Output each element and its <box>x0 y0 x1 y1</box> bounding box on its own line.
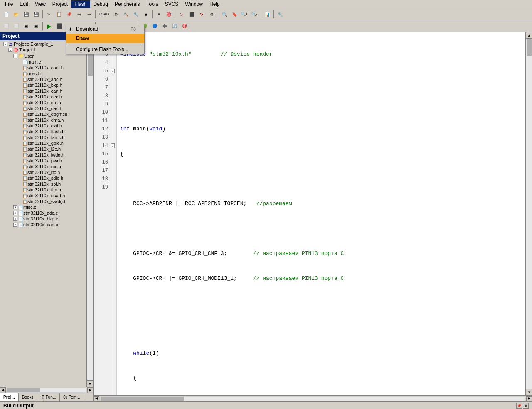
build-all-btn[interactable]: 🔨 <box>121 10 131 19</box>
target-options-btn[interactable]: 🎯 <box>164 10 173 19</box>
tb2-btn2[interactable]: ⬜ <box>12 22 21 31</box>
debug-reset-btn[interactable]: ⟳ <box>197 10 206 19</box>
tree-main-c[interactable]: 📄 main.c <box>0 59 86 65</box>
tab-books[interactable]: Books| <box>19 393 38 401</box>
expand-icon-user[interactable]: - <box>13 54 17 58</box>
tb2-more2-btn[interactable]: 🔄 <box>170 22 179 31</box>
fold-marker-5[interactable]: - <box>111 69 115 73</box>
tree-sdio-h[interactable]: 📋 stm32f10x_sdio.h <box>0 175 86 181</box>
zoom-out-btn[interactable]: 🔍- <box>250 10 259 19</box>
find-btn[interactable]: 🔍 <box>220 10 229 19</box>
menu-svcs[interactable]: SVCS <box>162 0 182 8</box>
menu-download[interactable]: ⬇ Download F8 <box>66 24 144 34</box>
expand-adc-c[interactable]: + <box>13 211 17 215</box>
tree-bkp-h[interactable]: 📋 stm32f10x_bkp.h <box>0 82 86 88</box>
tree-crc-h[interactable]: 📋 stm32f10x_crc.h <box>0 100 86 105</box>
settings-btn[interactable]: 🔧 <box>276 10 285 19</box>
tb2-stop2-btn[interactable]: ⬛ <box>54 22 64 31</box>
tree-bkp-c[interactable]: + 📄 stm32f10x_bkp.c <box>0 216 86 222</box>
tree-wwdg-h[interactable]: 📋 stm32f10x_wwdg.h <box>0 198 86 204</box>
tree-exti-h[interactable]: 📋 stm32f10x_exti.h <box>0 123 86 129</box>
build-output-pin[interactable]: 📌 <box>516 403 522 409</box>
paste-btn[interactable]: 📌 <box>64 10 74 19</box>
tree-conf-h[interactable]: 📋 stm32f10x_conf.h <box>0 65 86 71</box>
tree-misc-c[interactable]: + 📄 misc.c <box>0 204 86 210</box>
tree-flash-h[interactable]: 📋 stm32f10x_flash.h <box>0 129 86 135</box>
tree-gpio-h[interactable]: 📋 stm32f10x_gpio.h <box>0 140 86 146</box>
scroll-down[interactable]: ▼ <box>87 380 94 387</box>
debug-stop-btn[interactable]: ⬛ <box>187 10 196 19</box>
code-hscroll-right[interactable]: ▶ <box>526 396 532 401</box>
menu-tools[interactable]: Tools <box>143 0 162 8</box>
code-lines[interactable]: #include "stm32f10x.h" // Device header … <box>117 32 525 395</box>
tree-cec-h[interactable]: 📋 stm32f10x_cec.h <box>0 94 86 100</box>
tab-functions[interactable]: {} Fun... <box>38 393 60 401</box>
redo-btn[interactable]: ↪ <box>84 10 94 19</box>
code-hscroll-track[interactable] <box>101 397 525 401</box>
tree-i2c-h[interactable]: 📋 stm32f10x_i2c.h <box>0 146 86 152</box>
menu-window[interactable]: Window <box>182 0 206 8</box>
menu-help[interactable]: Help <box>206 0 223 8</box>
tree-rtc-h[interactable]: 📋 stm32f10x_rtc.h <box>0 169 86 175</box>
menu-configure-flash[interactable]: Configure Flash Tools... <box>66 45 144 54</box>
fold-marker-14[interactable]: - <box>111 143 115 148</box>
tree-pwr-h[interactable]: 📋 stm32f10x_pwr.h <box>0 158 86 164</box>
expand-bkp-c[interactable]: + <box>13 217 17 221</box>
menu-flash[interactable]: Flash <box>71 0 90 8</box>
tb2-special-btn[interactable]: 🎯 <box>180 22 189 31</box>
tb2-more-btn[interactable]: ➕ <box>160 22 169 31</box>
tree-adc-c[interactable]: + 📄 stm32f10x_adc.c <box>0 210 86 216</box>
save-btn[interactable]: 💾 <box>22 10 31 19</box>
rebuild-btn[interactable]: 🔧 <box>131 10 140 19</box>
tab-project[interactable]: Proj... <box>0 393 19 401</box>
tb2-btn4[interactable]: ▣ <box>32 22 41 31</box>
open-btn[interactable]: 📂 <box>12 10 21 19</box>
tree-dbgmcu-h[interactable]: 📋 stm32f10x_dbgmcu. <box>0 111 86 117</box>
tree-adc-h[interactable]: 📋 stm32f10x_adc.h <box>0 76 86 82</box>
build-output-close[interactable]: ✕ <box>523 403 529 409</box>
bookmarks-btn[interactable]: 🔖 <box>230 10 239 19</box>
tree-fsmc-h[interactable]: 📋 stm32f10x_fsmc.h <box>0 135 86 140</box>
tb2-run-btn[interactable]: ▶ <box>44 22 54 31</box>
tree-can-h[interactable]: 📋 stm32f10x_can.h <box>0 88 86 94</box>
build-btn[interactable]: LOAD <box>97 10 111 19</box>
expand-icon-project[interactable]: - <box>3 42 7 46</box>
tree-rcc-h[interactable]: 📋 stm32f10x_rcc.h <box>0 164 86 169</box>
tree-usart-h[interactable]: 📋 stm32f10x_usart.h <box>0 193 86 198</box>
menu-debug[interactable]: Debug <box>90 0 111 8</box>
menu-peripherals[interactable]: Peripherals <box>111 0 143 8</box>
hscroll-track[interactable] <box>7 388 86 392</box>
debug-start-btn[interactable]: ▷ <box>177 10 186 19</box>
scroll-track[interactable] <box>87 47 93 380</box>
stop-btn[interactable]: ■ <box>141 10 150 19</box>
tb2-btn3[interactable]: ▣ <box>22 22 31 31</box>
expand-misc-c[interactable]: + <box>13 205 17 209</box>
tb2-btn1[interactable]: ⬜ <box>2 22 11 31</box>
expand-icon-target[interactable]: - <box>8 48 12 52</box>
tree-spi-h[interactable]: 📋 stm32f10x_spi.h <box>0 181 86 187</box>
peripheral-btn[interactable]: 📊 <box>263 10 272 19</box>
save-all-btn[interactable]: 💾 <box>32 10 41 19</box>
zoom-in-btn[interactable]: 🔍+ <box>240 10 249 19</box>
copy-btn[interactable]: 📋 <box>54 10 64 19</box>
code-scroll-down[interactable]: ▼ <box>526 389 532 395</box>
tree-can-c[interactable]: + 📄 stm32f10x_can.c <box>0 222 86 228</box>
tree-dac-h[interactable]: 📋 stm32f10x_dac.h <box>0 105 86 111</box>
undo-btn[interactable]: ↩ <box>74 10 84 19</box>
hscroll-right[interactable]: ▶ <box>87 387 93 393</box>
menu-erase[interactable]: Erase <box>66 34 144 43</box>
menu-project[interactable]: Project <box>49 0 71 8</box>
batch-btn[interactable]: ≡ <box>154 10 163 19</box>
translate-btn[interactable]: ⚙ <box>111 10 121 19</box>
menu-edit[interactable]: Edit <box>16 0 32 8</box>
code-hscroll-left[interactable]: ◀ <box>94 396 99 401</box>
tree-tim-h[interactable]: 📋 stm32f10x_tim.h <box>0 187 86 193</box>
menu-file[interactable]: File <box>2 0 16 8</box>
tree-dma-h[interactable]: 📋 stm32f10x_dma.h <box>0 117 86 123</box>
code-vscroll-track[interactable] <box>526 39 532 389</box>
tab-templates[interactable]: 0↓ Tem... <box>60 393 84 401</box>
tree-iwdg-h[interactable]: 📋 stm32f10x_iwdg.h <box>0 152 86 158</box>
menu-view[interactable]: View <box>32 0 49 8</box>
tree-misc-h[interactable]: 📋 misc.h <box>0 71 86 76</box>
hscroll-left[interactable]: ◀ <box>0 387 6 393</box>
